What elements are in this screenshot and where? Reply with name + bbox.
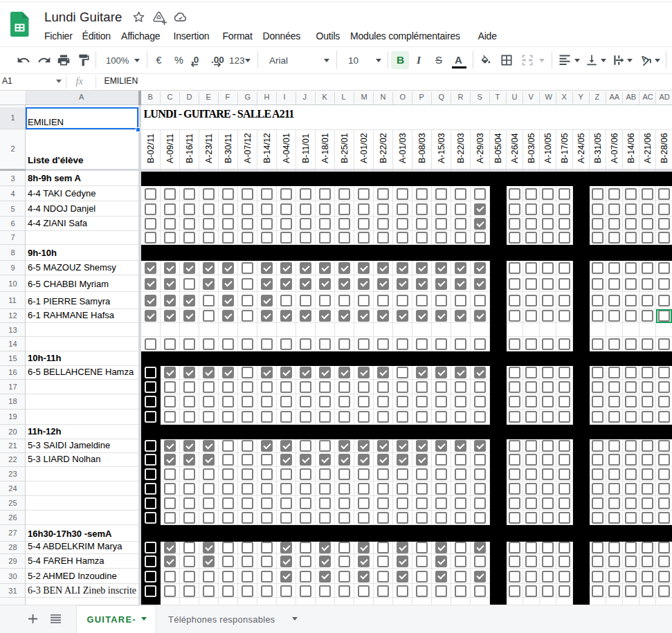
svg-text:A: A	[639, 53, 650, 64]
